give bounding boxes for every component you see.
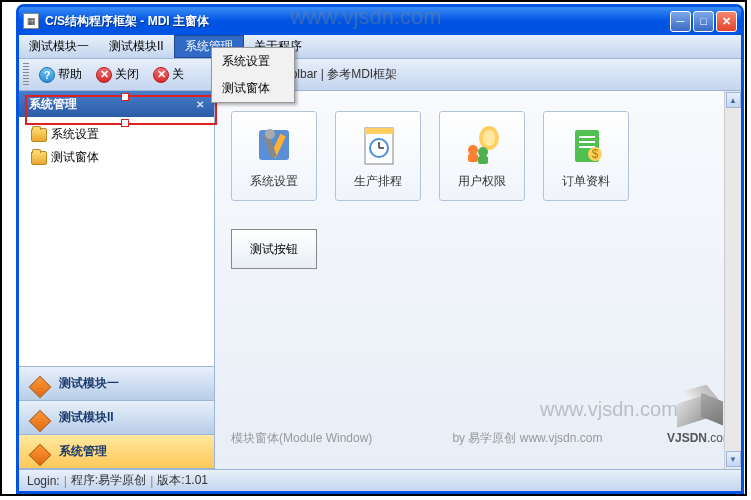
svg-rect-12 — [468, 154, 478, 162]
svg-point-10 — [483, 130, 495, 146]
tools-icon — [252, 123, 296, 167]
cube-icon — [29, 441, 51, 463]
nav-system[interactable]: 系统管理 — [19, 435, 214, 469]
svg-rect-17 — [579, 141, 595, 143]
test-button[interactable]: 测试按钮 — [231, 229, 317, 269]
titlebar: ▦ C/S结构程序框架 - MDI 主窗体 ─ □ ✕ — [19, 7, 741, 35]
dropdown-testform[interactable]: 测试窗体 — [212, 75, 294, 102]
close-icon: ✕ — [96, 67, 112, 83]
toolbar: ? 帮助 ✕ 关闭 ✕ 关 oolbar | 参考MDI框架 — [19, 59, 741, 91]
menubar: 测试模块一 测试模块II 系统管理 关于程序 — [19, 35, 741, 59]
toolbar-grip[interactable] — [23, 63, 29, 87]
sidebar-header: 系统管理 ✕ — [19, 91, 214, 117]
nav-module2[interactable]: 测试模块II — [19, 401, 214, 435]
card-users[interactable]: 用户权限 — [439, 111, 525, 201]
status-login: Login: — [27, 474, 60, 488]
menu-module2[interactable]: 测试模块II — [99, 35, 174, 58]
close-tab-button[interactable]: ✕ 关闭 — [90, 63, 145, 86]
logo-cube-icon — [677, 389, 723, 429]
module-window-label: 模块窗体(Module Window) — [231, 430, 372, 447]
tree-item-settings[interactable]: 系统设置 — [23, 123, 210, 146]
tree-item-testform[interactable]: 测试窗体 — [23, 146, 210, 169]
menu-dropdown: 系统设置 测试窗体 — [211, 47, 295, 103]
help-button[interactable]: ? 帮助 — [33, 63, 88, 86]
svg-rect-16 — [579, 136, 595, 138]
main-content: 系统设置 生产排程 用户权限 $ — [215, 91, 741, 469]
card-settings[interactable]: 系统设置 — [231, 111, 317, 201]
svg-rect-5 — [365, 128, 393, 134]
help-icon: ? — [39, 67, 55, 83]
card-orders[interactable]: $ 订单资料 — [543, 111, 629, 201]
minimize-button[interactable]: ─ — [670, 11, 691, 32]
maximize-button[interactable]: □ — [693, 11, 714, 32]
clock-icon — [356, 123, 400, 167]
svg-rect-14 — [478, 156, 488, 164]
svg-text:$: $ — [592, 147, 599, 161]
dropdown-settings[interactable]: 系统设置 — [212, 48, 294, 75]
close-all-icon: ✕ — [153, 67, 169, 83]
svg-point-3 — [265, 129, 275, 139]
cube-icon — [29, 407, 51, 429]
credits-label: by 易学原创 www.vjsdn.com — [452, 430, 602, 447]
svg-point-13 — [478, 147, 488, 157]
card-schedule[interactable]: 生产排程 — [335, 111, 421, 201]
sidebar-close-icon[interactable]: ✕ — [196, 99, 204, 110]
window-title: C/S结构程序框架 - MDI 主窗体 — [45, 13, 670, 30]
folder-icon — [31, 128, 47, 142]
folder-icon — [31, 151, 47, 165]
toolbar-extra-text: oolbar | 参考MDI框架 — [284, 66, 397, 83]
status-version: 版本:1.01 — [157, 472, 208, 489]
close-button[interactable]: ✕ — [716, 11, 737, 32]
close-all-button[interactable]: ✕ 关 — [147, 63, 190, 86]
statusbar: Login: | 程序:易学原创 | 版本:1.01 — [19, 469, 741, 491]
status-program: 程序:易学原创 — [71, 472, 146, 489]
nav-module1[interactable]: 测试模块一 — [19, 367, 214, 401]
menu-module1[interactable]: 测试模块一 — [19, 35, 99, 58]
sidebar: 系统管理 ✕ 系统设置 测试窗体 测试模块一 — [19, 91, 215, 469]
sidebar-tree: 系统设置 测试窗体 — [19, 117, 214, 366]
users-icon — [460, 123, 504, 167]
document-icon: $ — [564, 123, 608, 167]
scroll-up-icon[interactable]: ▲ — [726, 92, 741, 108]
scroll-down-icon[interactable]: ▼ — [726, 451, 741, 467]
app-icon: ▦ — [23, 13, 39, 29]
scrollbar[interactable]: ▲ ▼ — [724, 91, 741, 469]
svg-point-11 — [468, 145, 478, 155]
cube-icon — [29, 373, 51, 395]
